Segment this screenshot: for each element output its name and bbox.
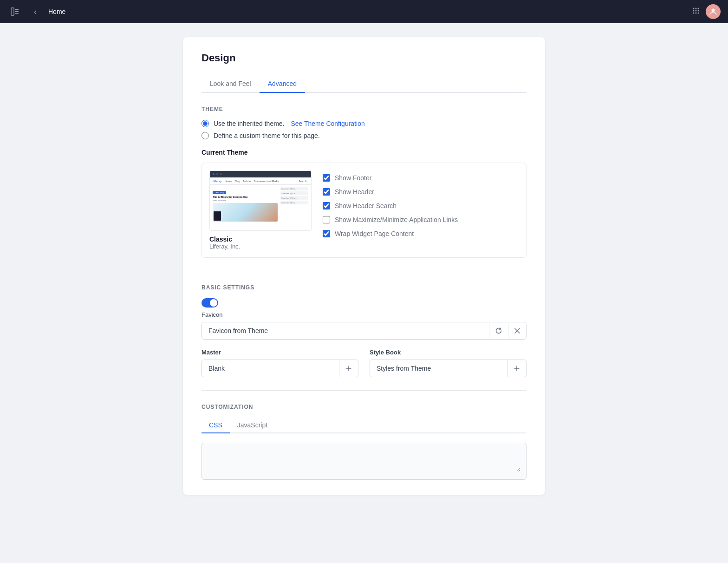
design-title: Design bbox=[202, 52, 526, 64]
radio-custom-label: Define a custom theme for this page. bbox=[214, 132, 320, 139]
basic-settings-section: BASIC SETTINGS Favicon bbox=[202, 284, 526, 377]
design-panel: Design Look and Feel Advanced THEME Use … bbox=[183, 37, 545, 495]
checkbox-wrap-widget-label: Wrap Widget Page Content bbox=[335, 230, 414, 237]
theme-preview-image: Liferay Home Blog Archive Documents and … bbox=[209, 170, 312, 231]
checkbox-show-footer-label: Show Footer bbox=[335, 174, 371, 182]
theme-preview: Liferay Home Blog Archive Documents and … bbox=[209, 170, 312, 250]
main-content: Design Look and Feel Advanced THEME Use … bbox=[0, 23, 728, 509]
svg-point-13 bbox=[712, 9, 715, 12]
radio-inherited-label: Use the inherited theme. bbox=[214, 120, 286, 127]
svg-point-8 bbox=[696, 10, 697, 12]
radio-inherited[interactable]: Use the inherited theme. See Theme Confi… bbox=[202, 120, 526, 127]
style-book-select-group bbox=[370, 360, 526, 377]
favicon-refresh-button[interactable] bbox=[489, 322, 508, 339]
nav-right bbox=[692, 4, 721, 19]
customization-tabs: CSS JavaScript bbox=[202, 418, 526, 433]
radio-custom-input[interactable] bbox=[202, 132, 209, 139]
theme-card: Liferay Home Blog Archive Documents and … bbox=[202, 163, 526, 258]
svg-point-6 bbox=[698, 8, 699, 9]
tab-advanced[interactable]: Advanced bbox=[260, 75, 305, 93]
checkbox-show-header-label: Show Header bbox=[335, 188, 374, 196]
checkbox-show-header-input[interactable] bbox=[323, 188, 330, 196]
divider-2 bbox=[202, 390, 526, 391]
favicon-row bbox=[202, 298, 526, 308]
checkbox-wrap-widget[interactable]: Wrap Widget Page Content bbox=[323, 230, 458, 237]
tab-javascript[interactable]: JavaScript bbox=[230, 418, 275, 433]
tab-css[interactable]: CSS bbox=[202, 418, 230, 433]
checkbox-show-header-search-label: Show Header Search bbox=[335, 202, 396, 209]
master-style-row: Master Style Book bbox=[202, 349, 526, 377]
favicon-clear-button[interactable] bbox=[508, 323, 526, 339]
favicon-input[interactable] bbox=[202, 322, 489, 339]
style-book-col: Style Book bbox=[370, 349, 526, 377]
checkbox-show-header-search[interactable]: Show Header Search bbox=[323, 202, 458, 209]
theme-checkbox-list: Show Footer Show Header Show Header Sear… bbox=[323, 170, 458, 237]
theme-heading: THEME bbox=[202, 106, 526, 112]
theme-author: Liferay, Inc. bbox=[209, 243, 312, 250]
grid-icon[interactable] bbox=[692, 7, 700, 17]
checkbox-show-header[interactable]: Show Header bbox=[323, 188, 458, 196]
master-label: Master bbox=[202, 349, 358, 356]
style-book-add-button[interactable] bbox=[507, 360, 526, 377]
svg-rect-3 bbox=[15, 13, 19, 14]
radio-custom[interactable]: Define a custom theme for this page. bbox=[202, 132, 526, 139]
master-add-button[interactable] bbox=[339, 360, 358, 377]
theme-radio-group: Use the inherited theme. See Theme Confi… bbox=[202, 120, 526, 139]
svg-point-11 bbox=[696, 13, 697, 14]
master-select-group bbox=[202, 360, 358, 377]
css-textarea[interactable] bbox=[208, 449, 520, 472]
checkbox-show-maximize[interactable]: Show Maximize/Minimize Application Links bbox=[323, 216, 458, 223]
theme-name: Classic bbox=[209, 236, 312, 243]
back-button[interactable]: ‹ bbox=[28, 4, 43, 19]
style-book-label: Style Book bbox=[370, 349, 526, 356]
svg-point-5 bbox=[696, 8, 697, 9]
customization-section: CUSTOMIZATION CSS JavaScript bbox=[202, 404, 526, 480]
theme-section: THEME Use the inherited theme. See Theme… bbox=[202, 106, 526, 258]
master-col: Master bbox=[202, 349, 358, 377]
customization-heading: CUSTOMIZATION bbox=[202, 404, 526, 410]
tab-look-and-feel[interactable]: Look and Feel bbox=[202, 75, 260, 93]
page-title: Home bbox=[48, 8, 65, 15]
current-theme-label: Current Theme bbox=[202, 149, 526, 156]
top-navigation: ‹ Home bbox=[0, 0, 728, 23]
basic-settings-heading: BASIC SETTINGS bbox=[202, 284, 526, 291]
favicon-label: Favicon bbox=[202, 311, 526, 318]
svg-point-9 bbox=[698, 10, 699, 12]
checkbox-show-footer-input[interactable] bbox=[323, 174, 330, 182]
checkbox-show-maximize-input[interactable] bbox=[323, 216, 330, 223]
favicon-input-group bbox=[202, 322, 526, 340]
checkbox-show-maximize-label: Show Maximize/Minimize Application Links bbox=[335, 216, 458, 223]
svg-point-10 bbox=[693, 13, 695, 14]
see-theme-config-link[interactable]: See Theme Configuration bbox=[291, 120, 364, 127]
mini-browser-preview: Liferay Home Blog Archive Documents and … bbox=[210, 171, 311, 230]
svg-rect-2 bbox=[15, 11, 19, 12]
svg-rect-0 bbox=[11, 8, 14, 15]
css-code-area[interactable] bbox=[202, 443, 526, 480]
design-tabs: Look and Feel Advanced bbox=[202, 75, 526, 93]
svg-rect-1 bbox=[15, 9, 19, 10]
divider-1 bbox=[202, 271, 526, 271]
radio-inherited-input[interactable] bbox=[202, 120, 209, 127]
avatar[interactable] bbox=[706, 4, 721, 19]
checkbox-wrap-widget-input[interactable] bbox=[323, 230, 330, 237]
favicon-toggle[interactable] bbox=[202, 298, 218, 308]
checkbox-show-footer[interactable]: Show Footer bbox=[323, 174, 458, 182]
checkbox-show-header-search-input[interactable] bbox=[323, 202, 330, 209]
master-select[interactable] bbox=[202, 360, 339, 377]
svg-point-12 bbox=[698, 13, 699, 14]
svg-point-4 bbox=[693, 8, 695, 9]
svg-point-7 bbox=[693, 10, 695, 12]
nav-left: ‹ Home bbox=[7, 4, 65, 19]
sidebar-toggle-button[interactable] bbox=[7, 4, 22, 19]
style-book-select[interactable] bbox=[370, 360, 507, 377]
